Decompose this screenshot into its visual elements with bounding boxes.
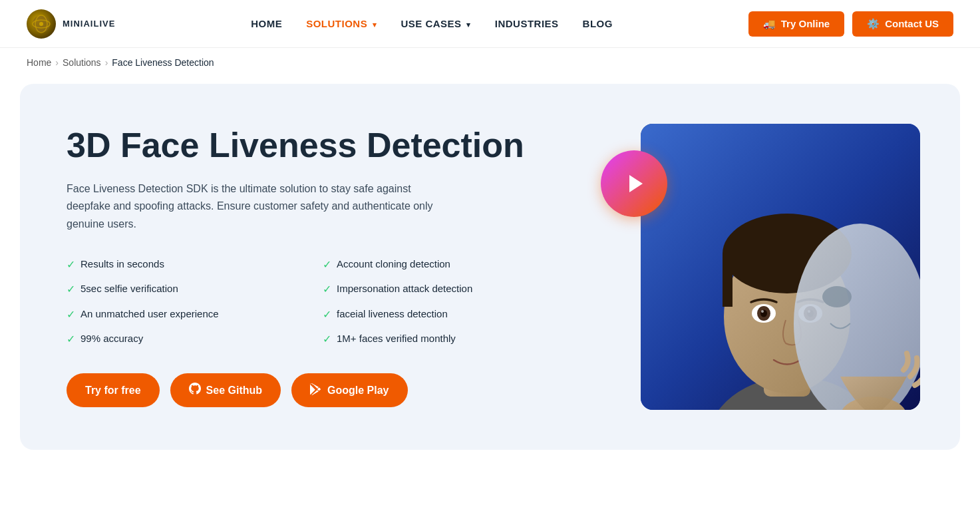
check-icon: ✓: [323, 257, 331, 272]
feature-selfie-verification: ✓ 5sec selfie verification: [67, 281, 289, 297]
nav-industries[interactable]: INDUSTRIES: [495, 18, 559, 30]
logo-icon: [27, 9, 56, 39]
logo-text: MINIAILIVE: [63, 19, 115, 29]
try-online-button[interactable]: 🚚 Try Online: [748, 11, 844, 37]
feature-user-experience: ✓ An unmatched user experience: [67, 307, 289, 322]
google-play-icon: [310, 383, 322, 398]
nav-blog-link[interactable]: BLOG: [583, 18, 613, 29]
nav-solutions-link[interactable]: SOLUTIONS ▾: [306, 18, 377, 29]
nav-home[interactable]: HOME: [251, 18, 282, 30]
svg-point-19: [822, 286, 852, 307]
feature-account-cloning: ✓ Account cloning detection: [323, 257, 546, 272]
breadcrumb-separator-2: ›: [105, 57, 108, 68]
nav-home-link[interactable]: HOME: [251, 18, 282, 29]
hero-content: 3D Face Liveness Detection Face Liveness…: [67, 126, 546, 408]
breadcrumb-separator-1: ›: [55, 57, 59, 68]
feature-faces-monthly: ✓ 1M+ faces verified monthly: [323, 331, 546, 347]
nav-links: HOME SOLUTIONS ▾ USE CASES ▾ INDUSTRIES …: [251, 18, 613, 30]
face-liveness-illustration: [641, 124, 920, 410]
nav-industries-link[interactable]: INDUSTRIES: [495, 18, 559, 29]
nav-cta-buttons: 🚚 Try Online ⚙️ Contact US: [748, 11, 953, 37]
check-icon: ✓: [67, 257, 75, 272]
svg-point-3: [39, 22, 43, 26]
breadcrumb: Home › Solutions › Face Liveness Detecti…: [0, 48, 980, 77]
check-icon: ✓: [323, 307, 331, 322]
chevron-down-icon: ▾: [466, 21, 471, 29]
check-icon: ✓: [67, 332, 75, 347]
hero-section: 3D Face Liveness Detection Face Liveness…: [20, 84, 960, 450]
hero-title: 3D Face Liveness Detection: [67, 126, 546, 164]
cta-buttons: Try for free See Github Google Play: [67, 373, 546, 407]
hero-product-image: [641, 124, 920, 410]
check-icon: ✓: [323, 332, 331, 347]
hero-description: Face Liveness Detection SDK is the ultim…: [67, 180, 452, 233]
svg-point-13: [761, 310, 764, 313]
breadcrumb-solutions[interactable]: Solutions: [63, 57, 101, 68]
settings-icon: ⚙️: [867, 18, 880, 30]
contact-us-button[interactable]: ⚙️ Contact US: [852, 11, 953, 37]
check-icon: ✓: [323, 282, 331, 297]
check-icon: ✓: [67, 307, 75, 322]
feature-impersonation: ✓ Impersonation attack detection: [323, 281, 546, 297]
navigation: MINIAILIVE HOME SOLUTIONS ▾ USE CASES ▾ …: [0, 0, 980, 48]
play-icon: [629, 175, 643, 192]
hero-image-area: [641, 124, 920, 410]
feature-facial-liveness: ✓ faceial liveness detection: [323, 307, 546, 322]
nav-use-cases-link[interactable]: USE CASES ▾: [401, 18, 470, 29]
try-for-free-button[interactable]: Try for free: [67, 373, 160, 407]
nav-solutions[interactable]: SOLUTIONS ▾: [306, 18, 377, 30]
breadcrumb-current: Face Liveness Detection: [112, 57, 214, 68]
check-icon: ✓: [67, 282, 75, 297]
svg-rect-9: [723, 254, 733, 307]
feature-results-in-seconds: ✓ Results in seconds: [67, 257, 289, 272]
chevron-down-icon: ▾: [373, 21, 377, 29]
nav-blog[interactable]: BLOG: [583, 18, 613, 30]
play-button[interactable]: [601, 150, 667, 217]
feature-accuracy: ✓ 99% accuracy: [67, 331, 289, 347]
nav-use-cases[interactable]: USE CASES ▾: [401, 18, 470, 30]
logo[interactable]: MINIAILIVE: [27, 9, 115, 39]
github-icon: [189, 383, 201, 398]
see-github-button[interactable]: See Github: [170, 373, 281, 407]
breadcrumb-home[interactable]: Home: [27, 57, 51, 68]
google-play-button[interactable]: Google Play: [291, 373, 407, 407]
features-grid: ✓ Results in seconds ✓ Account cloning d…: [67, 257, 546, 347]
truck-icon: 🚚: [763, 18, 776, 30]
